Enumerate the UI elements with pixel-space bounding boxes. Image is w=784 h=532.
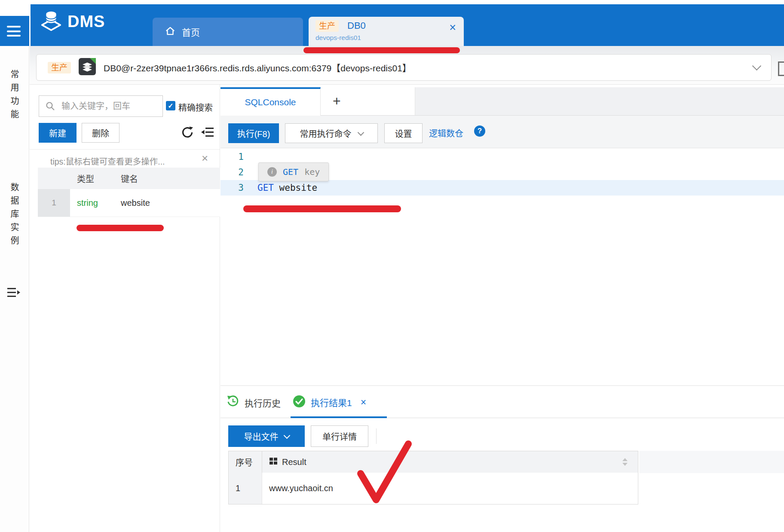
refresh-icon[interactable] (181, 125, 194, 141)
grid-icon (269, 457, 278, 468)
tab-db0-title: DB0 (347, 20, 366, 31)
close-icon[interactable]: × (202, 152, 208, 165)
app-title: DMS (67, 12, 105, 31)
dms-logo-icon (40, 9, 62, 34)
row-index: 1 (38, 189, 70, 217)
row-detail-button[interactable]: 单行详情 (311, 425, 368, 447)
export-file-label: 导出文件 (244, 430, 279, 443)
tab-execution-result[interactable]: 执行结果1 × (293, 395, 366, 410)
column-result: Result (282, 457, 306, 467)
exact-search-checkbox[interactable] (166, 101, 175, 110)
tab-home[interactable]: 首页 (153, 18, 303, 46)
tab-sqlconsole[interactable]: SQLConsole (220, 87, 321, 116)
annotation-underline-key-row (77, 225, 164, 231)
suggestion-keyword: GET (283, 167, 298, 177)
result-table-filler (639, 451, 784, 473)
new-key-button[interactable]: 新建 (39, 123, 77, 143)
results-tabstrip: 执行历史 执行结果1 × (220, 385, 784, 418)
redis-icon (79, 58, 96, 77)
tabstrip-filler (415, 87, 784, 115)
env-badge: 生产 (315, 20, 339, 32)
column-keyname: 键名 (114, 172, 220, 185)
fullscreen-icon[interactable] (778, 61, 784, 76)
column-type: 类型 (70, 172, 114, 185)
common-commands-label: 常用执行命令 (300, 127, 352, 140)
rail-header-block (0, 16, 29, 46)
search-input[interactable] (55, 101, 162, 111)
key-search-box (39, 95, 163, 117)
history-icon (227, 395, 239, 410)
result-value: www.yuchaoit.cn (262, 473, 638, 504)
key-type: string (70, 189, 114, 217)
tab-history-label: 执行历史 (245, 396, 281, 409)
suggestion-hint: key (304, 167, 320, 177)
search-icon (45, 101, 55, 111)
line-number: 1 (220, 152, 244, 162)
chevron-down-icon (283, 432, 290, 439)
env-badge: 生产 (48, 62, 71, 73)
row-index: 1 (229, 473, 262, 504)
success-icon (293, 395, 306, 410)
tab-execution-history[interactable]: 执行历史 (227, 395, 281, 410)
divider (30, 149, 220, 150)
annotation-underline-tab (303, 47, 460, 53)
line-number: 3 (220, 183, 244, 193)
tab-db0-subtitle: devops-redis01 (315, 34, 361, 42)
tips-text: tips:鼠标右键可查看更多操作... (50, 155, 165, 167)
info-icon (267, 167, 277, 177)
exact-search-label: 精确搜索 (178, 101, 213, 113)
chevron-down-icon[interactable] (752, 61, 761, 70)
close-icon[interactable]: × (361, 397, 366, 408)
result-table-row[interactable]: 1 www.yuchaoit.cn (228, 473, 638, 504)
dms-logo[interactable]: DMS (40, 9, 105, 34)
result-table-header: 序号 Result (228, 451, 638, 473)
annotation-underline-code (243, 205, 401, 212)
line-number: 2 (220, 167, 244, 177)
home-icon (165, 25, 176, 39)
collapse-list-icon[interactable] (201, 126, 214, 140)
tab-result-label: 执行结果1 (311, 396, 352, 409)
code-keyword: GET (257, 183, 274, 193)
settings-button[interactable]: 设置 (384, 123, 423, 143)
code-argument: website (279, 183, 318, 193)
key-table-header: 类型 键名 (38, 168, 220, 189)
logic-warehouse-link[interactable]: 逻辑数仓 (429, 127, 463, 139)
tab-db0[interactable]: 生产 DB0 devops-redis01 × (309, 17, 464, 46)
sidebar-item-common-functions[interactable]: 常用功能 (8, 70, 21, 123)
chevron-down-icon (357, 129, 364, 136)
key-name: website (114, 189, 220, 217)
editor-line-active: 3 GET website (220, 180, 784, 196)
top-header: DMS 首页 生产 DB0 devops-redis01 × (31, 4, 784, 46)
dms-app: DMS 首页 生产 DB0 devops-redis01 × 生产 (0, 0, 784, 532)
run-button[interactable]: 执行(F8) (228, 123, 279, 143)
left-rail: 常用功能 数据库实例 (0, 46, 29, 532)
sidebar-item-database-instances[interactable]: 数据库实例 (8, 183, 21, 249)
key-list-panel: 精确搜索 新建 删除 tips:鼠标右键可查看更多操作... × 类型 键名 (30, 85, 220, 532)
key-table-row[interactable]: 1 string website (38, 189, 220, 217)
connection-string: DB0@r-2zer39tpnae1r366rs.redis.rds.aliyu… (104, 61, 746, 74)
sql-console-area: SQLConsole + 执行(F8) 常用执行命令 设置 逻辑数仓 ? 1 2 (220, 85, 784, 532)
expand-panel-icon[interactable] (6, 287, 21, 300)
divider (376, 428, 377, 444)
add-tab-button[interactable]: + (321, 87, 415, 115)
column-index: 序号 (229, 451, 262, 473)
help-icon[interactable]: ? (474, 125, 485, 137)
export-file-dropdown[interactable]: 导出文件 (228, 425, 305, 447)
active-tab-underline (291, 416, 387, 418)
delete-key-button[interactable]: 删除 (82, 123, 119, 143)
console-tabstrip: SQLConsole + (220, 87, 784, 116)
common-commands-dropdown[interactable]: 常用执行命令 (285, 123, 378, 143)
console-toolbar: 执行(F8) 常用执行命令 设置 逻辑数仓 ? (220, 116, 784, 148)
hamburger-menu-icon[interactable] (7, 26, 21, 37)
sort-icon[interactable] (622, 458, 628, 466)
connection-selector[interactable]: 生产 DB0@r-2zer39tpnae1r366rs.redis.rds.al… (36, 54, 772, 81)
autocomplete-suggestion[interactable]: GET key (258, 162, 329, 181)
tab-home-label: 首页 (182, 25, 200, 38)
close-icon[interactable]: × (449, 21, 456, 34)
